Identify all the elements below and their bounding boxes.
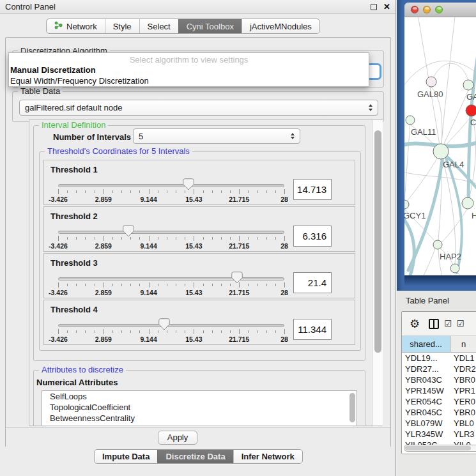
list-scrollbar[interactable]	[349, 393, 355, 422]
table-data-combo[interactable]: galFiltered.sif default node	[19, 100, 378, 116]
slider-thumb[interactable]	[123, 225, 134, 237]
tab-style[interactable]: Style	[105, 19, 139, 33]
network-node[interactable]	[433, 144, 449, 159]
slider-track[interactable]	[58, 324, 284, 327]
table-panel-header: Table Panel	[397, 291, 476, 311]
tab-network[interactable]: Network	[47, 19, 105, 33]
attribute-list-item[interactable]: SelfLoops	[42, 391, 357, 402]
table-row[interactable]: YDL19...YDL1	[402, 353, 476, 364]
table-cell[interactable]: YPR1	[450, 385, 476, 396]
threshold-2-slider[interactable]: -3.4262.8599.14415.4321.71528	[58, 225, 284, 250]
close-window-icon[interactable]: ✕	[383, 4, 390, 10]
table-hscrollbar[interactable]	[404, 445, 476, 452]
table-cell[interactable]: YPR145W	[402, 385, 450, 396]
zoom-icon[interactable]	[435, 6, 443, 13]
threshold-1-value[interactable]: 14.713	[293, 179, 332, 200]
table-row[interactable]: YBL079WYBL0	[402, 418, 476, 429]
threshold-3-slider[interactable]: -3.4262.8599.14415.4321.71528	[58, 272, 284, 297]
table-cell[interactable]: YDR27...	[402, 364, 450, 374]
tab-label: Select	[148, 22, 171, 31]
tab-infer-network[interactable]: Infer Network	[233, 450, 302, 463]
node-label: GAL11	[411, 127, 436, 137]
threshold-4-value[interactable]: 11.344	[293, 319, 332, 340]
column-header-shared-name[interactable]: shared...	[402, 336, 450, 352]
node-label: GAL80	[417, 89, 443, 99]
slider-track[interactable]	[58, 184, 284, 187]
network-node[interactable]	[463, 80, 473, 90]
tab-jactivemnodules[interactable]: jActiveMNodules	[242, 19, 319, 33]
gear-icon[interactable]: ⚙	[410, 318, 420, 330]
table-row[interactable]: YPR145WYPR1	[402, 385, 476, 396]
table-cell[interactable]: YBL0	[450, 418, 476, 429]
tab-impute-data[interactable]: Impute Data	[95, 450, 157, 463]
column-header-name[interactable]: n	[450, 336, 476, 352]
minimize-icon[interactable]	[423, 6, 431, 13]
panel-scrollbar[interactable]	[372, 120, 383, 426]
table-row[interactable]: YBR045CYBR0	[402, 407, 476, 418]
threshold-3-value[interactable]: 21.4	[293, 272, 332, 293]
slider-track[interactable]	[58, 277, 284, 280]
table-cell[interactable]: YER0	[450, 396, 476, 407]
table-row[interactable]: YBR043CYBR0	[402, 374, 476, 385]
network-node[interactable]	[406, 116, 415, 125]
table-cell[interactable]: YER054C	[402, 396, 450, 407]
table-row[interactable]: YLR345WYLR3	[402, 429, 476, 440]
table-cell[interactable]: YDL19...	[402, 353, 450, 364]
number-of-intervals-combo[interactable]: 5	[133, 128, 300, 144]
network-view-canvas[interactable]: GAL80 GA GAL11 C GAL4 GCY1 H HAP2	[404, 17, 476, 276]
checkbox-icon[interactable]: ☑	[444, 319, 452, 328]
table-row[interactable]: YDR27...YDR2	[402, 364, 476, 374]
attribute-list-item[interactable]: TopologicalCoefficient	[42, 402, 357, 413]
tab-label: Cyni Toolbox	[187, 22, 234, 31]
slider-thumb[interactable]	[158, 318, 170, 330]
tab-cyni-toolbox[interactable]: Cyni Toolbox	[178, 19, 242, 33]
table-cell[interactable]: YBL079W	[402, 418, 450, 429]
attribute-list-item[interactable]: BetweennessCentrality	[42, 413, 357, 424]
threshold-1-slider[interactable]: -3.4262.8599.14415.4321.71528	[58, 178, 284, 204]
network-node[interactable]	[426, 77, 436, 87]
checkbox-icon[interactable]: ☑	[457, 319, 464, 328]
table-cell[interactable]: YBR045C	[402, 407, 450, 418]
node-table-body[interactable]: YDL19...YDL1YDR27...YDR2YBR043CYBR0YPR14…	[402, 353, 476, 445]
table-cell[interactable]: YDL1	[450, 353, 476, 364]
table-hscrollbar-thumb[interactable]	[405, 446, 471, 450]
table-cell[interactable]: YBR0	[450, 407, 476, 418]
slider-thumb[interactable]	[183, 178, 194, 190]
threshold-4-slider[interactable]: -3.4262.8599.14415.4321.71528	[58, 318, 284, 344]
tab-discretize-data[interactable]: Discretize Data	[157, 450, 233, 463]
apply-button[interactable]: Apply	[158, 431, 197, 445]
algorithm-option-manual[interactable]: Manual Discretization	[10, 65, 96, 75]
network-node[interactable]	[404, 200, 409, 209]
slider-track[interactable]	[58, 231, 284, 234]
slider-tick-labels: -3.4262.8599.14415.4321.71528	[58, 289, 284, 296]
network-node[interactable]	[462, 197, 473, 209]
slider-thumb[interactable]	[231, 272, 243, 284]
table-cell[interactable]: YDR2	[450, 364, 476, 374]
float-window-icon[interactable]	[371, 4, 377, 10]
table-cell[interactable]: YLR3	[450, 429, 476, 440]
tab-select[interactable]: Select	[139, 19, 178, 33]
attributes-group: Attributes to discretize Numerical Attri…	[33, 370, 365, 426]
combo-stepper-icon	[369, 104, 372, 111]
table-cell[interactable]: YBR0	[450, 374, 476, 385]
threshold-2-value[interactable]: 6.316	[293, 226, 332, 247]
table-cell[interactable]: YLR345W	[402, 429, 450, 440]
network-node[interactable]	[450, 264, 459, 273]
table-cell[interactable]: YBR043C	[402, 374, 450, 385]
algorithm-option-equal-width[interactable]: Equal Width/Frequency Discretization	[10, 76, 149, 86]
tab-label: jActiveMNodules	[250, 22, 312, 31]
number-of-intervals-value: 5	[139, 132, 287, 141]
close-icon[interactable]	[411, 6, 418, 13]
network-node[interactable]	[433, 240, 442, 249]
network-window-titlebar[interactable]	[404, 3, 476, 17]
split-columns-icon[interactable]	[429, 319, 439, 329]
tab-label: Impute Data	[102, 452, 150, 461]
network-node[interactable]	[466, 105, 476, 116]
control-panel-window: Control Panel ✕ Network Style Se	[0, 0, 396, 476]
numerical-attributes-list[interactable]: SelfLoopsTopologicalCoefficientBetweenne…	[42, 390, 357, 426]
panel-scrollbar-thumb[interactable]	[374, 130, 381, 353]
numerical-attributes-label: Numerical Attributes	[36, 378, 118, 387]
table-row[interactable]: YER054CYER0	[402, 396, 476, 407]
threshold-coordinates-group: Threshold's Coordinates for 5 Intervals …	[39, 151, 361, 351]
network-graph[interactable]: GAL80 GA GAL11 C GAL4 GCY1 H HAP2	[404, 17, 476, 276]
